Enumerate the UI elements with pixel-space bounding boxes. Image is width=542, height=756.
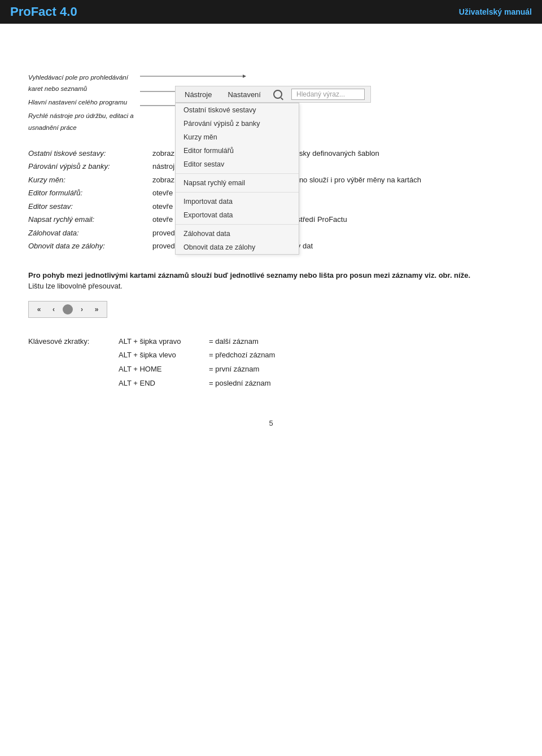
nav-desc-bold: Pro pohyb mezi jednotlivými kartami zázn… <box>28 271 470 279</box>
svg-marker-1 <box>243 75 246 78</box>
desc-term: Obnovit data ze zálohy: <box>28 239 152 253</box>
shortcut-meaning: = první záznam <box>209 362 299 377</box>
tools-menu-button[interactable]: Nástroje <box>181 89 215 100</box>
shortcut-keys: ALT + HOME <box>119 362 209 377</box>
mock-ui-area: Nástroje Nastavení Hledaný výraz... Osta… <box>141 41 514 136</box>
screenshot-section: Vyhledávací pole pro prohledávání karet … <box>28 41 514 136</box>
shortcut-row: Klávesové zkratky:ALT + šipka vpravo= da… <box>28 335 299 349</box>
nav-first-button[interactable]: « <box>33 304 45 315</box>
tools-dropdown: Ostatní tiskové sestavy Párování výpisů … <box>175 103 299 255</box>
nav-desc-sub: Lištu lze libovolně přesouvat. <box>28 282 123 290</box>
nav-prev-button[interactable]: ‹ <box>48 304 59 315</box>
search-icon <box>273 90 282 99</box>
annotation-tools: Rychlé nástroje pro údržbu, editaci a us… <box>28 110 141 133</box>
shortcut-meaning: = poslední záznam <box>209 377 299 391</box>
shortcut-keys: ALT + šipka vpravo <box>119 335 209 349</box>
main-content: Vyhledávací pole pro prohledávání karet … <box>0 24 542 456</box>
manual-label: Uživatelský manuál <box>459 7 532 16</box>
page-footer: 5 <box>28 408 514 439</box>
annotation-search: Vyhledávací pole pro prohledávání karet … <box>28 72 141 94</box>
dropdown-item-obnovit[interactable]: Obnovit data ze zálohy <box>176 241 299 254</box>
dropdown-item-ostatni[interactable]: Ostatní tiskové sestavy <box>176 103 299 117</box>
mock-toolbar: Nástroje Nastavení Hledaný výraz... <box>175 86 371 103</box>
shortcuts-section: Klávesové zkratky:ALT + šipka vpravo= da… <box>28 335 514 391</box>
dropdown-item-zalohovat[interactable]: Zálohovat data <box>176 227 299 241</box>
dropdown-separator-2 <box>176 192 299 193</box>
nav-home-icon <box>63 304 73 314</box>
annotation-settings: Hlavní nastavení celého programu <box>28 97 141 108</box>
nav-next-button[interactable]: › <box>76 304 88 315</box>
nav-description-text: Pro pohyb mezi jednotlivými kartami zázn… <box>28 270 514 292</box>
app-title-profact: ProFact <box>10 5 60 19</box>
header: ProFact 4.0 Uživatelský manuál <box>0 0 542 24</box>
dropdown-item-exportovat[interactable]: Exportovat data <box>176 208 299 222</box>
desc-term: Zálohovat data: <box>28 226 152 240</box>
dropdown-item-editor-sestav[interactable]: Editor sestav <box>176 158 299 171</box>
annotation-labels: Vyhledávací pole pro prohledávání karet … <box>28 41 141 136</box>
page-number: 5 <box>269 419 273 427</box>
dropdown-item-importovat[interactable]: Importovat data <box>176 195 299 208</box>
shortcuts-table: Klávesové zkratky:ALT + šipka vpravo= da… <box>28 335 299 391</box>
dropdown-item-kurzy[interactable]: Kurzy měn <box>176 130 299 144</box>
dropdown-separator-1 <box>176 173 299 174</box>
app-title: ProFact 4.0 <box>10 5 77 19</box>
shortcut-keys: ALT + END <box>119 377 209 391</box>
desc-term: Párování výpisů z banky: <box>28 160 152 173</box>
dropdown-item-editor-formularu[interactable]: Editor formulářů <box>176 144 299 158</box>
app-title-version: 4.0 <box>60 5 77 19</box>
mock-toolbar-container: Nástroje Nastavení Hledaný výraz... Osta… <box>175 86 371 103</box>
nav-section: Pro pohyb mezi jednotlivými kartami zázn… <box>28 270 514 391</box>
settings-menu-button[interactable]: Nastavení <box>224 89 264 100</box>
desc-term: Kurzy měn: <box>28 173 152 187</box>
shortcut-meaning: = předchozí záznam <box>209 348 299 362</box>
dropdown-item-napsat-email[interactable]: Napsat rychlý email <box>176 176 299 190</box>
nav-last-button[interactable]: » <box>91 304 102 315</box>
dropdown-item-parovani[interactable]: Párování výpisů z banky <box>176 117 299 130</box>
search-input[interactable]: Hledaný výraz... <box>291 89 365 100</box>
desc-term: Ostatní tiskové sestavy: <box>28 147 152 160</box>
desc-term: Napsat rychlý email: <box>28 213 152 226</box>
shortcuts-label: Klávesové zkratky: <box>28 335 119 391</box>
shortcut-keys: ALT + šipka vlevo <box>119 348 209 362</box>
dropdown-separator-3 <box>176 224 299 225</box>
desc-term: Editor sestav: <box>28 200 152 213</box>
shortcut-meaning: = další záznam <box>209 335 299 349</box>
mock-navbar: « ‹ › » <box>28 301 107 318</box>
desc-term: Editor formulářů: <box>28 186 152 200</box>
